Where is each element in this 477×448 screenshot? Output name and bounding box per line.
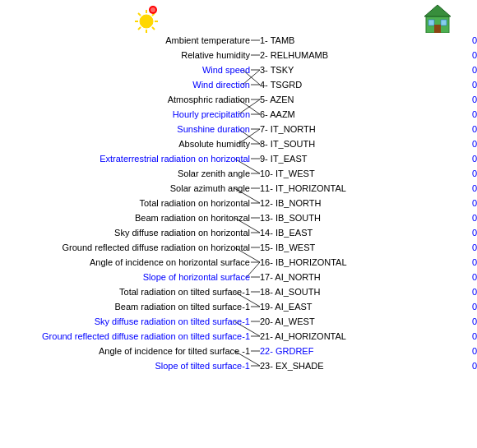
left-item-22: Slope of tilted surface-1 — [0, 358, 255, 373]
right-item-8: 9- IT_EAST0 — [255, 151, 477, 166]
right-item-label-9: 10- IT_WEST — [260, 166, 461, 181]
right-item-17: 18- AI_SOUTH0 — [255, 284, 477, 299]
right-item-value-8: 0 — [461, 151, 477, 166]
left-item-12: Beam radiation on horitonzal — [0, 210, 255, 225]
right-item-label-11: 12- IB_NORTH — [260, 196, 461, 210]
right-item-4: 5- AZEN0 — [255, 92, 477, 107]
right-item-label-17: 18- AI_SOUTH — [260, 284, 461, 299]
right-item-label-2: 3- TSKY — [260, 62, 461, 77]
right-item-label-15: 16- IB_HORIZONTAL — [260, 255, 461, 270]
right-item-value-0: 0 — [461, 33, 477, 48]
left-item-13: Sky diffuse radiation on horizontal — [0, 225, 255, 240]
right-item-6: 7- IT_NORTH0 — [255, 122, 477, 136]
right-item-value-10: 0 — [461, 181, 477, 196]
right-item-value-5: 0 — [461, 107, 477, 122]
right-item-3: 4- TSGRD0 — [255, 77, 477, 92]
right-item-label-7: 8- IT_SOUTH — [260, 136, 461, 151]
right-item-label-12: 13- IB_SOUTH — [260, 210, 461, 225]
right-item-label-6: 7- IT_NORTH — [260, 122, 461, 136]
left-item-2: Wind speed — [0, 62, 255, 77]
right-item-value-9: 0 — [461, 166, 477, 181]
right-item-label-20: 21- AI_HORIZONTAL — [260, 329, 461, 344]
right-item-9: 10- IT_WEST0 — [255, 166, 477, 181]
left-item-5: Hourly precipitation — [0, 107, 255, 122]
right-item-label-4: 5- AZEN — [260, 92, 461, 107]
right-item-value-4: 0 — [461, 92, 477, 107]
right-item-label-10: 11- IT_HORIZONTAL — [260, 181, 461, 196]
left-item-16: Slope of horizontal surface — [0, 270, 255, 284]
right-item-value-13: 0 — [461, 225, 477, 240]
right-item-value-1: 0 — [461, 48, 477, 62]
left-item-8: Extraterrestrial radiation on horizontal — [0, 151, 255, 166]
right-item-value-12: 0 — [461, 210, 477, 225]
left-item-9: Solar zenith angle — [0, 166, 255, 181]
right-item-13: 14- IB_EAST0 — [255, 225, 477, 240]
right-item-22: 23- EX_SHADE0 — [255, 358, 477, 373]
right-item-value-22: 0 — [461, 358, 477, 373]
right-item-value-7: 0 — [461, 136, 477, 151]
left-item-10: Solar azimuth angle — [0, 181, 255, 196]
right-item-20: 21- AI_HORIZONTAL0 — [255, 329, 477, 344]
right-item-2: 3- TSKY0 — [255, 62, 477, 77]
left-item-15: Angle of incidence on horizontal surface — [0, 255, 255, 270]
right-item-14: 15- IB_WEST0 — [255, 240, 477, 255]
right-item-label-19: 20- AI_WEST — [260, 314, 461, 329]
left-item-14: Ground reflected diffuse radiation on ho… — [0, 240, 255, 255]
left-item-7: Absolute humidity — [0, 136, 255, 151]
right-item-label-0: 1- TAMB — [260, 33, 461, 48]
right-item-label-22: 23- EX_SHADE — [260, 358, 461, 373]
right-item-value-14: 0 — [461, 240, 477, 255]
left-item-1: Relative humidity — [0, 48, 255, 62]
right-item-value-2: 0 — [461, 62, 477, 77]
left-item-18: Beam radiation on tilted surface-1 — [0, 299, 255, 314]
right-item-value-6: 0 — [461, 122, 477, 136]
right-item-label-21: 22- GRDREF — [260, 344, 461, 358]
left-item-21: Angle of incidence for tilted surface -1 — [0, 344, 255, 358]
right-item-15: 16- IB_HORIZONTAL0 — [255, 255, 477, 270]
right-item-label-8: 9- IT_EAST — [260, 151, 461, 166]
right-item-value-3: 0 — [461, 77, 477, 92]
left-item-20: Ground reflected diffuse radiation on ti… — [0, 329, 255, 344]
right-item-value-21: 0 — [461, 344, 477, 358]
right-item-5: 6- AAZM0 — [255, 107, 477, 122]
right-item-0: 1- TAMB0 — [255, 33, 477, 48]
right-item-label-13: 14- IB_EAST — [260, 225, 461, 240]
right-item-10: 11- IT_HORIZONTAL0 — [255, 181, 477, 196]
right-item-11: 12- IB_NORTH0 — [255, 196, 477, 210]
left-item-17: Total radiation on tilted surface-1 — [0, 284, 255, 299]
left-item-3: Wind direction — [0, 77, 255, 92]
right-item-value-15: 0 — [461, 255, 477, 270]
right-item-label-18: 19- AI_EAST — [260, 299, 461, 314]
right-item-value-19: 0 — [461, 314, 477, 329]
left-item-0: Ambient temperature — [0, 33, 255, 48]
right-item-value-17: 0 — [461, 284, 477, 299]
left-item-6: Sunshine duration — [0, 122, 255, 136]
right-item-label-14: 15- IB_WEST — [260, 240, 461, 255]
right-item-21: 22- GRDREF0 — [255, 344, 477, 358]
right-item-16: 17- AI_NORTH0 — [255, 270, 477, 284]
left-item-4: Atmosphric radiation — [0, 92, 255, 107]
right-item-label-16: 17- AI_NORTH — [260, 270, 461, 284]
right-item-value-16: 0 — [461, 270, 477, 284]
left-item-11: Total radiation on horizontal — [0, 196, 255, 210]
right-item-19: 20- AI_WEST0 — [255, 314, 477, 329]
right-item-1: 2- RELHUMAMB0 — [255, 48, 477, 62]
right-item-value-20: 0 — [461, 329, 477, 344]
right-item-18: 19- AI_EAST0 — [255, 299, 477, 314]
right-panel: 1- TAMB02- RELHUMAMB03- TSKY04- TSGRD05-… — [255, 0, 477, 373]
left-panel: Ambient temperatureRelative humidityWind… — [0, 0, 255, 373]
right-item-label-3: 4- TSGRD — [260, 77, 461, 92]
right-item-value-18: 0 — [461, 299, 477, 314]
right-item-12: 13- IB_SOUTH0 — [255, 210, 477, 225]
right-item-label-1: 2- RELHUMAMB — [260, 48, 461, 62]
right-item-7: 8- IT_SOUTH0 — [255, 136, 477, 151]
right-item-value-11: 0 — [461, 196, 477, 210]
left-item-19: Sky diffuse radiation on tilted surface-… — [0, 314, 255, 329]
right-item-label-5: 6- AAZM — [260, 107, 461, 122]
